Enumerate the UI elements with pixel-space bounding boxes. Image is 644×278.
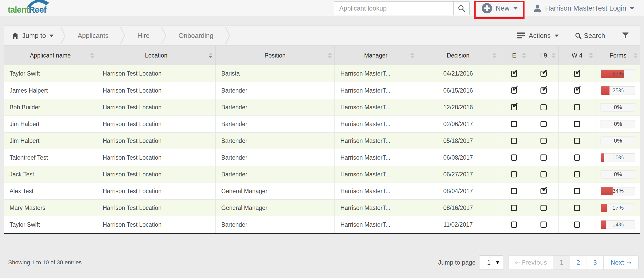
- breadcrumb-item-applicants[interactable]: Applicants: [66, 32, 120, 40]
- cell-e: [499, 82, 529, 99]
- page-select[interactable]: 1 ▼: [479, 255, 503, 270]
- cell-decision: 06/15/2016: [417, 82, 500, 99]
- applicant-name: Talentreef Test: [10, 154, 48, 161]
- forms-progress-label: 34%: [601, 187, 635, 195]
- page-button-3[interactable]: 3: [587, 255, 604, 270]
- table-row[interactable]: Jim Halpert Harrison Test Location Barte…: [4, 132, 640, 149]
- w4-checkbox[interactable]: [574, 71, 580, 77]
- position: Bartender: [221, 137, 247, 144]
- w4-checkbox[interactable]: [574, 138, 580, 144]
- cell-i9: [529, 200, 559, 216]
- i9-checkbox[interactable]: [540, 87, 547, 94]
- forms-progress: 0%: [600, 136, 635, 145]
- column-header-position[interactable]: Position: [216, 46, 335, 65]
- column-header-decision[interactable]: Decision: [417, 46, 500, 65]
- logo-text-talent: talent: [8, 5, 29, 15]
- i9-checkbox[interactable]: [540, 154, 547, 161]
- table-row[interactable]: Taylor Swift Harrison Test Location Bart…: [4, 216, 640, 233]
- forms-progress-label: 0%: [601, 170, 635, 178]
- cell-forms: 17%: [596, 200, 640, 216]
- table-row[interactable]: Bob Builder Harrison Test Location Barte…: [4, 99, 640, 116]
- filter-icon[interactable]: [622, 32, 629, 39]
- previous-page-button[interactable]: ← Previous: [509, 255, 553, 270]
- w4-checkbox[interactable]: [574, 222, 580, 228]
- cell-forms: 34%: [596, 183, 640, 199]
- i9-checkbox[interactable]: [540, 188, 547, 194]
- cell-manager: Harrison MasterT...: [335, 183, 417, 199]
- e-checkbox[interactable]: [511, 205, 517, 211]
- column-header-w4[interactable]: W-4: [559, 46, 596, 65]
- w4-checkbox[interactable]: [574, 154, 580, 161]
- table-row[interactable]: James Halpert Harrison Test Location Bar…: [4, 82, 640, 99]
- next-page-button[interactable]: Next →: [603, 255, 639, 270]
- position: Barista: [221, 70, 240, 77]
- w4-checkbox[interactable]: [574, 188, 580, 194]
- i9-checkbox[interactable]: [540, 104, 547, 110]
- i9-checkbox[interactable]: [540, 205, 547, 211]
- w4-checkbox[interactable]: [574, 121, 580, 127]
- e-checkbox[interactable]: [511, 222, 517, 228]
- column-header-applicant-name[interactable]: Applicant name: [4, 46, 97, 65]
- cell-e: [499, 65, 529, 82]
- e-checkbox[interactable]: [511, 87, 517, 94]
- e-checkbox[interactable]: [511, 188, 517, 194]
- i9-checkbox[interactable]: [540, 138, 547, 144]
- column-label: Location: [145, 52, 167, 59]
- e-checkbox[interactable]: [511, 121, 517, 127]
- column-label: W-4: [572, 52, 582, 59]
- column-header-location[interactable]: Location: [97, 46, 216, 65]
- jump-to-menu[interactable]: Jump to: [12, 32, 60, 40]
- decision-date: 06/08/2017: [443, 154, 473, 161]
- w4-checkbox[interactable]: [574, 205, 580, 211]
- e-checkbox[interactable]: [511, 104, 517, 110]
- column-label: E: [512, 52, 516, 59]
- i9-checkbox[interactable]: [540, 222, 547, 228]
- position: General Manager: [221, 188, 267, 195]
- page-button-2[interactable]: 2: [570, 255, 587, 270]
- column-header-i9[interactable]: I-9: [529, 46, 559, 65]
- cell-manager: Harrison MasterT...: [335, 216, 417, 233]
- column-header-e[interactable]: E: [499, 46, 529, 65]
- table-row[interactable]: Talentreef Test Harrison Test Location B…: [4, 149, 640, 166]
- e-checkbox[interactable]: [511, 171, 517, 177]
- manager: Harrison MasterT...: [340, 104, 390, 111]
- table-row[interactable]: Mary Masters Harrison Test Location Gene…: [4, 199, 640, 216]
- user-menu[interactable]: Harrison MasterTest Login: [524, 0, 644, 17]
- i9-checkbox[interactable]: [540, 71, 547, 77]
- applicant-lookup-input[interactable]: [334, 2, 453, 15]
- table-row[interactable]: Taylor Swift Harrison Test Location Bari…: [4, 65, 640, 82]
- e-checkbox[interactable]: [511, 154, 517, 161]
- forms-progress-label: 0%: [601, 137, 635, 145]
- w4-checkbox[interactable]: [574, 171, 580, 177]
- cell-applicant-name: Jim Halpert: [4, 116, 97, 132]
- cell-i9: [529, 216, 559, 233]
- table-search-button[interactable]: Search: [575, 32, 605, 40]
- i9-checkbox[interactable]: [540, 121, 547, 127]
- cell-decision: 06/27/2017: [417, 166, 500, 183]
- applicant-name: Jim Halpert: [10, 137, 39, 144]
- column-header-forms[interactable]: Forms: [596, 46, 640, 65]
- i9-checkbox[interactable]: [540, 171, 547, 177]
- location: Harrison Test Location: [103, 221, 161, 228]
- applicant-lookup-searchbox: [334, 1, 470, 15]
- table-row[interactable]: Alex Test Harrison Test Location General…: [4, 183, 640, 199]
- e-checkbox[interactable]: [511, 138, 517, 144]
- pagination: ← Previous 1 2 3 Next →: [509, 255, 639, 270]
- new-button[interactable]: New: [475, 0, 524, 17]
- page-select-value: 1: [487, 259, 491, 266]
- applicant-lookup-search-button[interactable]: [453, 2, 469, 15]
- e-checkbox[interactable]: [511, 71, 517, 77]
- column-header-manager[interactable]: Manager: [335, 46, 417, 65]
- breadcrumb-item-hire[interactable]: Hire: [126, 32, 161, 40]
- table-row[interactable]: Jim Halpert Harrison Test Location Barte…: [4, 116, 640, 132]
- page-button-1[interactable]: 1: [553, 255, 570, 270]
- w4-checkbox[interactable]: [574, 87, 580, 94]
- w4-checkbox[interactable]: [574, 104, 580, 110]
- talentreef-logo[interactable]: talentReef: [8, 2, 46, 15]
- decision-date: 08/04/2017: [443, 188, 473, 195]
- manager: Harrison MasterT...: [340, 188, 390, 195]
- breadcrumb-item-onboarding[interactable]: Onboarding: [167, 32, 225, 40]
- actions-menu[interactable]: Actions: [517, 32, 559, 40]
- table-row[interactable]: Jack Test Harrison Test Location Bartend…: [4, 166, 640, 183]
- location: Harrison Test Location: [103, 70, 161, 77]
